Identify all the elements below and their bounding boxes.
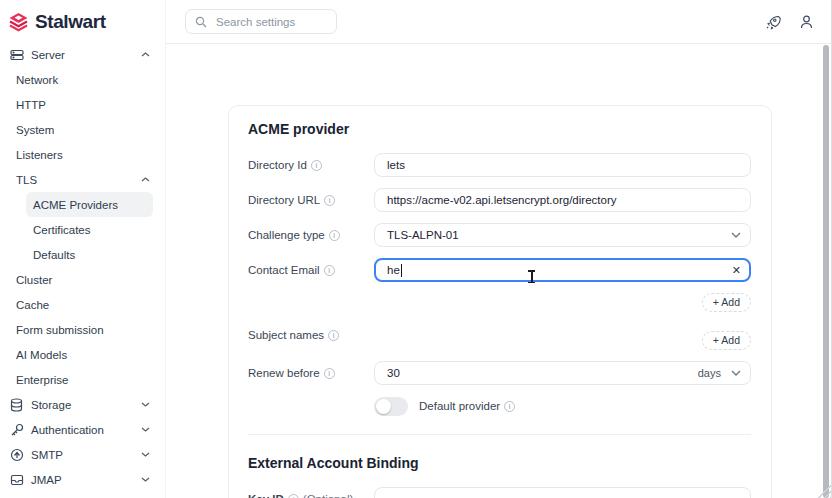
info-icon[interactable]: i — [328, 330, 339, 341]
text-caret — [401, 264, 402, 277]
sidebar-item-certificates[interactable]: Certificates — [26, 217, 153, 242]
sidebar-item-label: HTTP — [16, 99, 46, 111]
sidebar-item-defaults[interactable]: Defaults — [26, 242, 153, 267]
sidebar-item-enterprise[interactable]: Enterprise — [0, 367, 165, 392]
sidebar-item-system[interactable]: System — [0, 117, 165, 142]
server-icon — [9, 48, 24, 62]
section-divider — [248, 434, 751, 435]
search-input[interactable] — [214, 15, 327, 29]
sidebar-item-label: Cache — [16, 299, 49, 311]
sidebar-item-label: SMTP — [31, 449, 63, 461]
section-title-acme: ACME provider — [248, 121, 751, 138]
sidebar-item-label: Storage — [31, 399, 71, 411]
sidebar-item-label: Enterprise — [16, 374, 68, 386]
info-icon[interactable]: i — [324, 265, 335, 276]
field-key-id: Key ID i (Optional) — [248, 487, 751, 498]
search-icon — [195, 16, 207, 28]
directory-url-input[interactable]: https://acme-v02.api.letsencrypt.org/dir… — [374, 188, 751, 212]
contact-email-add-row: + Add — [248, 293, 751, 312]
renew-before-unit: days — [698, 367, 721, 379]
sidebar-item-label: Server — [31, 49, 65, 61]
sidebar-item-label: TLS — [16, 174, 37, 186]
section-title-eab: External Account Binding — [248, 455, 751, 472]
sidebar-nav: Server Network HTTP System Listeners TLS… — [0, 39, 165, 492]
sidebar-item-label: JMAP — [31, 474, 62, 486]
add-contact-email-button[interactable]: + Add — [702, 293, 751, 312]
sidebar-item-cache[interactable]: Cache — [0, 292, 165, 317]
sidebar-item-label: System — [16, 124, 54, 136]
field-label: Challenge type i — [248, 229, 374, 241]
field-label: Contact Email i — [248, 264, 374, 276]
sidebar-item-label: Listeners — [16, 149, 63, 161]
info-icon[interactable]: i — [311, 160, 322, 171]
vertical-scrollbar[interactable] — [823, 45, 829, 498]
field-default-provider: Default provider i — [248, 396, 751, 416]
sidebar-item-acme-providers[interactable]: ACME Providers — [26, 192, 153, 217]
info-icon[interactable]: i — [324, 368, 335, 379]
rocket-icon[interactable] — [765, 14, 781, 30]
challenge-type-select[interactable]: TLS-ALPN-01 — [374, 223, 751, 247]
renew-before-input[interactable]: 30 days — [374, 361, 751, 385]
field-label: Renew before i — [248, 367, 374, 379]
directory-id-input[interactable]: lets — [374, 153, 751, 177]
chevron-down-icon — [141, 402, 150, 407]
search-box[interactable] — [185, 9, 337, 34]
add-subject-name-button[interactable]: + Add — [702, 331, 751, 350]
sidebar-item-server[interactable]: Server — [0, 42, 165, 67]
sidebar-item-label: Authentication — [31, 424, 104, 436]
sidebar-item-http[interactable]: HTTP — [0, 92, 165, 117]
topbar-icons — [765, 0, 814, 43]
sidebar-item-ai-models[interactable]: AI Models — [0, 342, 165, 367]
field-label: Directory Id i — [248, 159, 374, 171]
info-icon[interactable]: i — [324, 195, 335, 206]
chevron-up-icon — [141, 177, 150, 182]
sidebar-item-authentication[interactable]: Authentication — [0, 417, 165, 442]
brand-logo[interactable]: Stalwart — [0, 0, 165, 39]
sidebar-item-smtp[interactable]: SMTP — [0, 442, 165, 467]
info-icon[interactable]: i — [329, 230, 340, 241]
clear-icon[interactable]: ✕ — [732, 265, 741, 276]
sidebar-item-label: AI Models — [16, 349, 67, 361]
sidebar-item-form-submission[interactable]: Form submission — [0, 317, 165, 342]
main-content: ACME provider Directory Id i lets Direct… — [165, 43, 832, 498]
field-label: Subject names i — [248, 329, 374, 341]
field-renew-before: Renew before i 30 days — [248, 361, 751, 385]
field-challenge-type: Challenge type i TLS-ALPN-01 — [248, 223, 751, 247]
field-contact-email: Contact Email i he ✕ — [248, 258, 751, 282]
default-provider-label: Default provider i — [419, 400, 515, 412]
key-icon — [9, 423, 24, 437]
database-icon — [9, 398, 24, 412]
sidebar-item-label: ACME Providers — [33, 199, 118, 211]
chevron-down-icon[interactable] — [731, 370, 741, 376]
field-subject-names: Subject names i + Add — [248, 324, 751, 350]
field-label: Directory URL i — [248, 194, 374, 206]
contact-email-input[interactable]: he ✕ — [374, 258, 751, 282]
stalwart-logo-icon — [8, 12, 29, 33]
chevron-down-icon — [141, 427, 150, 432]
sidebar: Stalwart Server Network HTTP System List… — [0, 0, 166, 498]
chevron-down-icon — [141, 477, 150, 482]
mouse-cursor-ibeam — [527, 270, 536, 283]
default-provider-toggle[interactable] — [374, 397, 408, 416]
info-icon[interactable]: i — [288, 494, 299, 498]
sidebar-item-cluster[interactable]: Cluster — [0, 267, 165, 292]
field-directory-id: Directory Id i lets — [248, 153, 751, 177]
sidebar-item-storage[interactable]: Storage — [0, 392, 165, 417]
user-icon[interactable] — [799, 14, 814, 30]
field-directory-url: Directory URL i https://acme-v02.api.let… — [248, 188, 751, 212]
sidebar-item-jmap[interactable]: JMAP — [0, 467, 165, 492]
sidebar-item-label: Certificates — [33, 224, 91, 236]
toggle-knob — [376, 399, 391, 414]
send-mail-icon — [9, 448, 24, 462]
sidebar-item-label: Form submission — [16, 324, 104, 336]
chevron-down-icon — [141, 452, 150, 457]
sidebar-item-listeners[interactable]: Listeners — [0, 142, 165, 167]
brand-name: Stalwart — [35, 11, 106, 33]
sidebar-item-network[interactable]: Network — [0, 67, 165, 92]
key-id-input[interactable] — [374, 487, 751, 498]
sidebar-item-label: Cluster — [16, 274, 52, 286]
sidebar-item-tls[interactable]: TLS — [0, 167, 165, 192]
acme-provider-card: ACME provider Directory Id i lets Direct… — [228, 105, 772, 498]
info-icon[interactable]: i — [504, 401, 515, 412]
topbar — [165, 0, 832, 44]
